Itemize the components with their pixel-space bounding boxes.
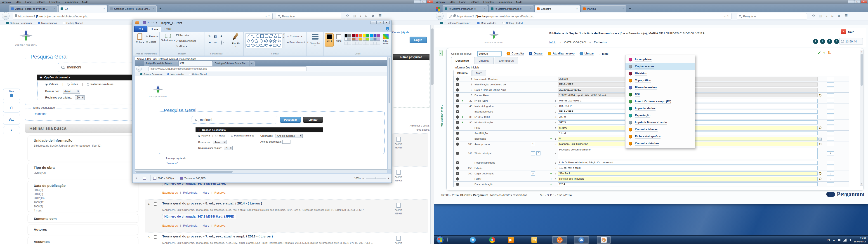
punctuation-box[interactable] — [827, 142, 834, 146]
reserva-link[interactable]: Reserva — [215, 224, 225, 227]
collapse-field-icon[interactable]: − — [456, 78, 459, 81]
menu-option[interactable]: Consulta tabelas — [625, 126, 695, 133]
palette-color[interactable] — [377, 34, 380, 37]
downloads-icon[interactable]: ↓ — [826, 13, 828, 18]
menu-option[interactable]: Inserir/Ordenar campo (F4) — [625, 98, 695, 105]
punctuation-box[interactable] — [827, 137, 834, 141]
palette-color[interactable] — [373, 34, 377, 37]
menu-item[interactable]: Ajuda — [82, 1, 88, 3]
tab-close-icon[interactable]: ✕ — [576, 7, 578, 10]
downloads-icon[interactable]: ↓ — [360, 13, 362, 18]
refine-header[interactable]: Refinar sua busca « — [25, 124, 141, 133]
referencia-link[interactable]: Referência — [183, 191, 197, 194]
punctuation-box[interactable] — [827, 120, 834, 124]
redo-icon[interactable]: ↷ — [151, 21, 154, 24]
codigo-input[interactable] — [477, 51, 502, 57]
save-icon[interactable] — [143, 21, 146, 24]
zoom-slider-thumb[interactable] — [375, 177, 377, 179]
hamburger-menu-icon[interactable]: ☰ — [378, 13, 381, 18]
refine-item[interactable]: 2013(8) — [34, 192, 138, 196]
menu-item[interactable]: Exibir — [25, 1, 32, 3]
result-acervo[interactable]: Acervo395908 — [395, 170, 402, 183]
indicator-1[interactable]: 1 — [531, 142, 535, 146]
radio-similares[interactable] — [87, 83, 89, 86]
tray-expand-icon[interactable]: ▲ — [833, 239, 835, 241]
palette-color[interactable] — [344, 37, 348, 41]
hello-icon[interactable]: ☻ — [371, 13, 375, 18]
reorder-arrows-icon[interactable]: ⇅ — [828, 50, 831, 55]
field-value-input[interactable]: São Paulo — [558, 172, 817, 176]
menu-option-label[interactable]: Copiar acervo — [635, 65, 654, 68]
browser-tab[interactable]: CJF ✕ — [59, 5, 107, 12]
collapse-field-icon[interactable]: − — [456, 104, 459, 108]
punctuation-box[interactable] — [827, 166, 834, 170]
palette-color[interactable] — [352, 37, 355, 41]
browser-tab[interactable]: Catálogo Coletivo - Busca Sim... ✕ — [108, 5, 157, 12]
add-field-icon[interactable]: + — [461, 121, 464, 124]
network-signal-icon[interactable] — [843, 239, 846, 242]
limpar-button[interactable]: ○Limpar — [580, 52, 594, 56]
subtab-marc[interactable]: Marc — [472, 70, 486, 77]
add-subfield-icon[interactable]: + — [549, 183, 553, 186]
menu-option-label[interactable]: Consulta tabelas — [635, 128, 657, 131]
collapse-field-icon[interactable]: − — [456, 116, 459, 119]
color2-button[interactable]: Cor 2 — [335, 33, 343, 47]
menu-item[interactable]: Favoritos — [49, 1, 59, 3]
shapes-scrollbar[interactable]: ▲▼ — [283, 33, 285, 48]
zoom-out-icon[interactable]: − — [362, 177, 364, 180]
tab-vinculos[interactable]: Vínculos — [474, 57, 494, 64]
tab-exemplares[interactable]: Exemplares — [495, 57, 518, 64]
size-button[interactable] — [307, 34, 323, 39]
punctuation-box[interactable] — [827, 104, 834, 108]
taskbar-paint-icon[interactable]: 🎨 — [597, 236, 611, 244]
collapse-field-icon[interactable]: − — [456, 143, 459, 146]
text-tool-icon[interactable]: A — [219, 34, 224, 39]
punctuation-box[interactable]: : — [827, 172, 834, 176]
taskbar-thunderbird-icon[interactable]: ✉ — [574, 236, 589, 244]
search-bar[interactable] — [276, 13, 341, 20]
info-section-label[interactable]: Informações iniciais — [455, 66, 479, 69]
punctuation-box[interactable] — [827, 93, 834, 97]
addcart-block[interactable]: Adicionar à cesta: uma página — [393, 124, 430, 132]
palette-color[interactable] — [373, 37, 377, 41]
menu-item[interactable]: Editar — [449, 1, 455, 3]
taskbar-wmp-icon[interactable]: ▶ — [506, 236, 516, 244]
crop-button[interactable]: Recortar — [176, 34, 189, 37]
copy-button[interactable]: ⧉Copiar — [146, 40, 156, 43]
punctuation-box[interactable] — [827, 83, 834, 87]
menu-item[interactable]: Arquivo — [2, 1, 11, 3]
palette-color[interactable] — [355, 37, 359, 41]
menu-option[interactable]: Ficha catalográfica — [625, 133, 695, 140]
mais-button[interactable]: ⌄Mais — [599, 52, 608, 56]
collapse-field-icon[interactable]: − — [456, 88, 459, 92]
menu-item[interactable]: Ajuda — [516, 1, 522, 3]
tab-close-icon[interactable]: ✕ — [54, 7, 56, 10]
search-input[interactable] — [743, 14, 805, 18]
menu-option-label[interactable]: Ficha catalográfica — [635, 135, 660, 139]
clipboard-icon[interactable]: ▤ — [819, 13, 822, 18]
buscar-por-select[interactable]: Autor — [63, 89, 80, 94]
marc-link[interactable]: Marc — [203, 191, 209, 194]
taskbar-chrome-icon[interactable] — [487, 236, 497, 244]
close-button[interactable]: ✕ — [383, 21, 390, 24]
menu-option[interactable]: DSI — [625, 91, 695, 98]
collapse-field-icon[interactable]: − — [456, 126, 459, 129]
collapse-field-icon[interactable]: − — [456, 172, 459, 175]
menu-item[interactable]: Histórico — [36, 1, 45, 3]
zoom-in-icon[interactable]: + — [388, 177, 389, 180]
bookmark-item[interactable]: Getting Started — [502, 22, 523, 24]
referencia-link[interactable]: Referência — [183, 224, 197, 227]
result-checkbox[interactable] — [154, 203, 157, 206]
bookmark-star-icon[interactable]: ☆ — [812, 13, 815, 18]
canvas-vscroll[interactable] — [388, 57, 391, 170]
indicator-2[interactable]: 0 — [536, 151, 540, 155]
punctuation-box[interactable] — [827, 126, 834, 130]
collapse-field-icon[interactable]: − — [456, 94, 459, 97]
collapse-field-icon[interactable]: − — [456, 137, 459, 140]
field-lookup-icon[interactable] — [817, 137, 823, 141]
tray-clock[interactable]: 13:59 15/06/2015 — [854, 237, 866, 243]
result-acervo[interactable]: Acervo333620 — [395, 236, 402, 244]
scroll-top-button[interactable]: ▲ — [3, 126, 20, 134]
tab-exibir[interactable]: Exibir — [161, 26, 175, 32]
tab-close-icon[interactable]: ✕ — [484, 7, 486, 10]
